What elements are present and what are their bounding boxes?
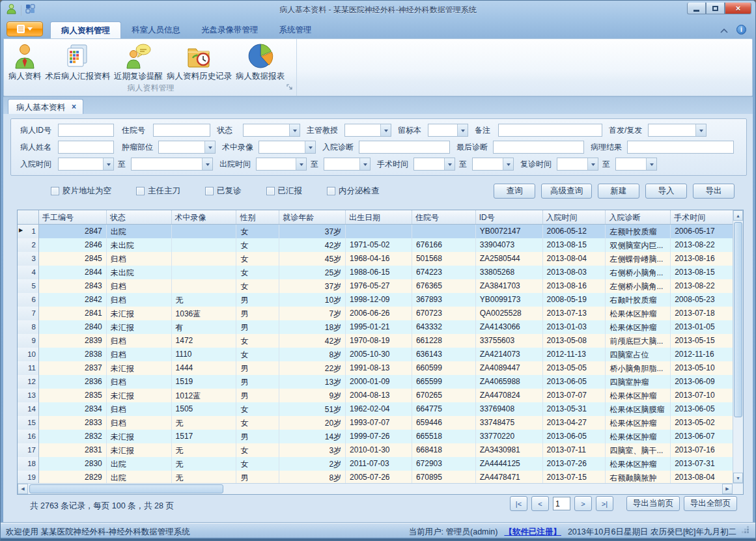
dialog-launcher-icon[interactable]: [287, 81, 293, 93]
table-row[interactable]: 142834归档1505女51岁1962-02-0466477533769408…: [18, 402, 733, 416]
resize-grip[interactable]: [747, 531, 749, 533]
table-row[interactable]: 62842归档无男10岁1998-12-09367893YB0099173200…: [18, 293, 733, 307]
application-menu-button[interactable]: [7, 21, 43, 36]
ribbon-button-patient-info[interactable]: 病人资料: [7, 41, 43, 83]
minimize-button[interactable]: [687, 3, 706, 14]
info-icon[interactable]: i: [736, 25, 746, 35]
ribbon-button-history-record[interactable]: 病人资料历史记录: [165, 41, 234, 83]
horizontal-scroll-thumb[interactable]: [29, 484, 223, 493]
horizontal-scrollbar[interactable]: ◀ ▶: [18, 483, 743, 494]
table-cell: 1036蓝: [172, 307, 237, 320]
specimen-combo[interactable]: [428, 124, 468, 137]
admit-diag-input[interactable]: [359, 141, 450, 154]
table-cell: 出院: [107, 225, 172, 238]
discharge-time-to-combo[interactable]: [324, 158, 371, 171]
ribbon-button-postop-report[interactable]: 术后病人汇报资料: [43, 41, 112, 83]
column-header-gender[interactable]: 性别: [236, 210, 279, 224]
ribbon-tab-patient-management[interactable]: 病人资料管理: [50, 21, 121, 38]
advanced-query-button[interactable]: 高级查询: [541, 184, 592, 199]
export-button[interactable]: 导出: [693, 184, 735, 199]
patient-name-input[interactable]: [58, 141, 114, 154]
table-row[interactable]: 22846未出院女42岁1971-05-02676166339040732013…: [18, 238, 733, 252]
last-page-button[interactable]: >|: [596, 496, 613, 511]
first-recur-combo[interactable]: [648, 124, 707, 137]
checkbox-film-address-empty[interactable]: 胶片地址为空: [51, 186, 111, 197]
prev-page-button[interactable]: <: [531, 496, 549, 511]
column-header-age[interactable]: 就诊年龄: [279, 210, 346, 224]
ribbon-button-followup-reminder[interactable]: 近期复诊提醒: [112, 41, 165, 83]
table-row[interactable]: 52843归档女37岁1976-05-27676365ZA38417032013…: [18, 279, 733, 293]
status-combo[interactable]: [243, 124, 300, 137]
table-row[interactable]: ▶12847出院女37岁YB00721472006-05-12左额叶胶质瘤200…: [18, 225, 733, 238]
tab-close-icon[interactable]: ×: [72, 102, 76, 115]
admit-time-to-combo[interactable]: [131, 158, 213, 171]
column-header-manual-no[interactable]: 手工编号: [39, 210, 107, 224]
ribbon-tab-disc-management[interactable]: 光盘录像带管理: [191, 21, 269, 38]
next-page-button[interactable]: >: [574, 496, 592, 511]
table-row[interactable]: 172831未汇报无女3岁2010-01-30668418ZA343098120…: [18, 443, 733, 457]
column-header-birthdate[interactable]: 出生日期: [346, 210, 412, 224]
admission-no-input[interactable]: [153, 124, 210, 137]
table-row[interactable]: 152833归档无女20岁1993-07-0765944633748475201…: [18, 416, 733, 430]
column-header-status[interactable]: 状态: [107, 210, 172, 224]
table-row[interactable]: 82840未汇报有男18岁1995-01-21643332ZA414306620…: [18, 320, 733, 334]
table-row[interactable]: 162832未汇报1517男14岁1999-07-266655183377022…: [18, 430, 733, 443]
checkbox-endocrine-exam[interactable]: 内分泌检查: [327, 186, 380, 197]
table-row[interactable]: 92839归档1472女42岁1970-08-19661228337556032…: [18, 334, 733, 348]
ribbon-tab-department-staff[interactable]: 科室人员信息: [121, 21, 191, 38]
document-tab-patient-basic-info[interactable]: 病人基本资料 ×: [8, 99, 83, 115]
collapse-ribbon-icon[interactable]: [720, 26, 729, 34]
column-header-admit-time[interactable]: 入院时间: [543, 210, 606, 224]
import-button[interactable]: 导入: [645, 184, 687, 199]
checkbox-chief-surgeon[interactable]: 主任主刀: [136, 186, 180, 197]
last-diag-input[interactable]: [493, 141, 584, 154]
column-header-admission-no[interactable]: 住院号: [412, 210, 476, 224]
table-row[interactable]: 32845归档女45岁1968-04-16501568ZA25805442013…: [18, 252, 733, 266]
checkbox-reported[interactable]: 已汇报: [266, 186, 303, 197]
table-row[interactable]: 182830出院无女2岁2011-07-03672903ZA4444125201…: [18, 457, 733, 471]
column-header-op-time[interactable]: 手术时间: [671, 210, 733, 224]
app-menu-icon: [17, 25, 25, 33]
export-current-page-button[interactable]: 导出当前页: [626, 496, 680, 511]
table-row[interactable]: 192829出院无男8岁2005-07-26670895ZA4478471201…: [18, 471, 733, 483]
followup-time-from-combo[interactable]: [557, 158, 598, 171]
scroll-down-icon[interactable]: ▼: [733, 473, 743, 483]
maximize-button[interactable]: [706, 3, 725, 14]
op-video-combo[interactable]: [259, 141, 316, 154]
column-header-admit-diag[interactable]: 入院诊断: [606, 210, 671, 224]
table-row[interactable]: 122836归档1519男13岁2000-01-09665599ZA406598…: [18, 375, 733, 389]
query-button[interactable]: 查询: [494, 184, 535, 199]
vertical-scroll-thumb[interactable]: [734, 222, 742, 417]
scroll-up-icon[interactable]: ▲: [733, 210, 743, 221]
registered-link[interactable]: 【软件已注册】: [504, 527, 561, 538]
scroll-right-icon[interactable]: ▶: [722, 484, 733, 494]
op-time-from-combo[interactable]: [413, 158, 455, 171]
discharge-time-from-combo[interactable]: [256, 158, 307, 171]
table-row[interactable]: 112837未汇报1444男22岁1991-08-13660599ZA40894…: [18, 361, 733, 375]
tumor-site-combo[interactable]: [158, 141, 216, 154]
export-all-pages-button[interactable]: 导出全部页: [684, 496, 737, 511]
table-row[interactable]: 132835未汇报1012蓝男9岁2004-08-13670265ZA44708…: [18, 389, 733, 402]
followup-time-to-combo[interactable]: [615, 158, 657, 171]
column-header-op-video[interactable]: 术中录像: [172, 210, 237, 224]
admit-time-from-combo[interactable]: [58, 158, 114, 171]
op-time-to-combo[interactable]: [472, 158, 514, 171]
to-label: 至: [118, 159, 127, 170]
vertical-scrollbar[interactable]: ▲ ▼: [733, 210, 743, 483]
table-row[interactable]: 102838归档1110女8岁2005-10-30636143ZA4214073…: [18, 348, 733, 361]
ribbon-button-data-report[interactable]: 病人数据报表: [234, 41, 287, 83]
pathology-input[interactable]: [627, 141, 734, 154]
ribbon-tab-system[interactable]: 系统管理: [269, 21, 322, 38]
first-page-button[interactable]: |<: [510, 496, 527, 511]
close-button[interactable]: ×: [725, 3, 751, 14]
checkbox-followed-up[interactable]: 已复诊: [205, 186, 242, 197]
table-row[interactable]: 42844未出院女25岁1988-06-15674223338052682013…: [18, 266, 733, 279]
remark-input[interactable]: [498, 124, 602, 137]
professor-combo[interactable]: [344, 124, 391, 137]
new-button[interactable]: 新建: [598, 184, 639, 199]
patient-id-input[interactable]: [58, 124, 114, 137]
column-header-id[interactable]: ID号: [476, 210, 543, 224]
table-row[interactable]: 72841未汇报1036蓝男7岁2006-06-26670723QA002552…: [18, 307, 733, 320]
page-number-input[interactable]: [553, 497, 570, 510]
scroll-left-icon[interactable]: ◀: [18, 484, 28, 494]
